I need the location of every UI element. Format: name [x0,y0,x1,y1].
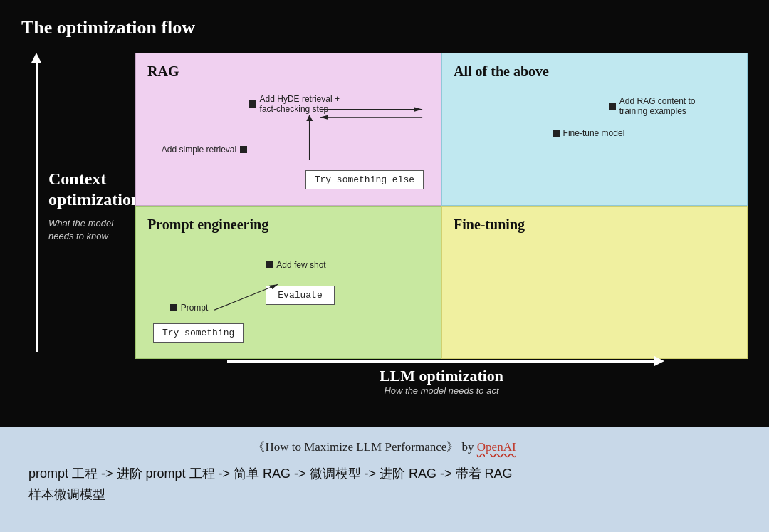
grid-area: RAG Add HyDE retrieval +fact-checking st… [135,53,748,402]
rag-title: RAG [147,63,429,80]
rag-label-hyde: Add HyDE retrieval +fact-checking step [260,94,340,114]
all-dot-rag-content [609,103,616,110]
rag-label-simple: Add simple retrieval [162,145,236,155]
diagram-title: The optimization flow [21,17,748,38]
all-label-rag-content: Add RAG content totraining examples [619,96,696,116]
try-something-else-box: Try something else [305,170,424,189]
left-axis: Contextoptimization What the modelneeds … [21,53,135,402]
all-step-rag-content: Add RAG content totraining examples [609,96,696,116]
prompt-label: Prompt [181,303,209,313]
evaluate-label: Evaluate [278,290,322,301]
finetuning-title: Fine-tuning [454,217,736,233]
prompt-step-prompt: Prompt [170,303,209,313]
context-sub-text: What the modelneeds to know [48,217,140,243]
all-label-finetune: Fine-tune model [563,128,625,138]
description-line: prompt 工程 -> 进阶 prompt 工程 -> 简单 RAG -> 微… [28,464,741,505]
diagram-area: The optimization flow Contextoptimizatio… [0,0,769,427]
rag-step-simple: Add simple retrieval [162,145,247,155]
y-axis-arrow [36,60,38,352]
try-something-box: Try something [153,323,244,343]
chart-container: Contextoptimization What the modelneeds … [21,53,748,402]
all-title: All of the above [454,63,736,80]
prompt-dot [170,304,177,311]
context-main-text: Contextoptimization [48,169,140,210]
try-something-label: Try something [162,328,234,338]
rag-step-hyde: Add HyDE retrieval +fact-checking step [249,94,340,114]
quadrant-all: All of the above Fine-tune model Add RAG… [441,53,748,206]
all-dot-finetune [553,130,560,137]
bottom-area: 《How to Maximize LLM Performance》 by Ope… [0,427,769,532]
citation-text-start: 《How to Maximize LLM Performance》 by [253,440,476,454]
openai-link: OpenAI [477,440,516,454]
try-something-else-label: Try something else [315,174,414,185]
context-label: Contextoptimization What the modelneeds … [48,169,140,243]
x-axis-area: LLM optimization How the model needs to … [135,359,748,402]
description-text: prompt 工程 -> 进阶 prompt 工程 -> 简单 RAG -> 微… [28,466,513,501]
rag-dot-simple [240,146,247,153]
main-container: The optimization flow Contextoptimizatio… [0,0,769,532]
prompt-title: Prompt engineering [147,217,429,233]
llm-axis-sub: How the model needs to act [380,385,503,396]
fewshot-label: Add few shot [276,260,325,270]
quadrant-rag: RAG Add HyDE retrieval +fact-checking st… [135,53,441,206]
citation-line: 《How to Maximize LLM Performance》 by Ope… [28,439,741,455]
quadrant-prompt: Prompt engineering Prompt Add few shot [135,206,441,359]
rag-dot-hyde [249,100,256,108]
llm-axis-main: LLM optimization [380,367,503,385]
x-axis-arrow [227,360,656,363]
all-step-finetune: Fine-tune model [553,128,625,138]
quadrant-finetuning: Fine-tuning [441,206,748,359]
evaluate-box: Evaluate [266,286,334,305]
prompt-step-fewshot: Add few shot [266,260,325,270]
x-axis-label: LLM optimization How the model needs to … [380,367,503,396]
fewshot-dot [266,261,273,268]
